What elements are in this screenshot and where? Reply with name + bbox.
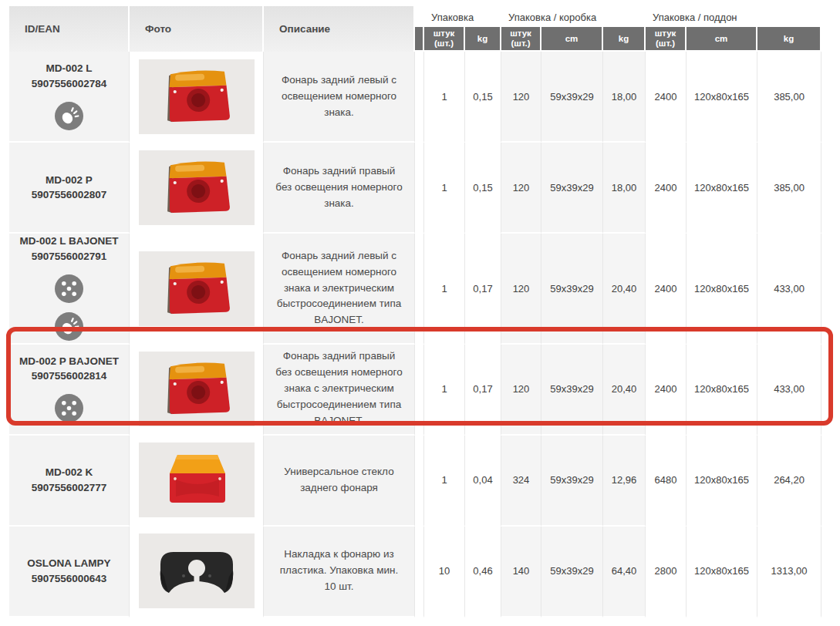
product-description: Фонарь задний правый без освещения номер… — [264, 348, 414, 429]
pack-kg: 0,15 — [465, 52, 501, 143]
table-row: MD-002 K 5907556002777 Универсальное сте… — [9, 436, 821, 527]
product-description: Универсальное стекло заднего фонаря — [264, 464, 414, 496]
column-header-id-ean: ID/EAN — [9, 6, 130, 52]
subheader-pallet-cm: cm — [687, 27, 757, 52]
pack-qty: 1 — [424, 234, 465, 344]
pallet-cm: 120x80x165 — [687, 234, 757, 344]
box-kg: 12,96 — [603, 436, 646, 527]
table-row: OSLONA LAMPY 5907556000643 Накладка к фо… — [9, 527, 821, 618]
id-cell: OSLONA LAMPY 5907556000643 — [9, 527, 130, 618]
gap-cell — [415, 345, 424, 436]
pallet-qty: 2400 — [646, 52, 687, 143]
table-row: MD-002 L 5907556002784 Фонарь задний лев… — [9, 52, 821, 143]
product-photo — [130, 150, 263, 225]
product-ean: 5907556002814 — [9, 369, 129, 384]
product-code: OSLONA LAMPY — [9, 556, 129, 571]
pallet-kg: 264,20 — [757, 436, 821, 527]
pallet-qty: 2400 — [646, 234, 687, 344]
box-cm: 59x39x29 — [541, 52, 603, 143]
pack-kg: 0,46 — [465, 527, 501, 618]
box-qty: 324 — [501, 436, 541, 527]
product-code: MD-002 K — [9, 465, 129, 480]
subheader-pallet-qty: штук (шт.) — [646, 27, 687, 52]
subheader-pack-qty: штук (шт.) — [424, 27, 465, 52]
product-ean: 5907556002777 — [9, 480, 129, 496]
pack-qty: 1 — [424, 345, 465, 436]
product-photo — [130, 251, 263, 326]
product-ean: 5907556002791 — [9, 249, 129, 264]
product-table: ID/EAN Фото Описание Упаковка Упаковка /… — [9, 6, 821, 618]
description-cell: Фонарь задний правый без освещения номер… — [264, 345, 415, 436]
pack-qty: 10 — [424, 527, 465, 618]
box-cm: 59x39x29 — [541, 234, 603, 344]
description-cell: Фонарь задний правый без освещения номер… — [264, 143, 415, 234]
subheader-box-qty: штук (шт.) — [501, 27, 541, 52]
pack-kg: 0,17 — [465, 345, 501, 436]
gap-cell — [415, 436, 424, 527]
table-row: MD-002 L BAJONET 5907556002791 Фонарь з — [9, 234, 821, 344]
box-qty: 120 — [501, 345, 541, 436]
description-cell: Фонарь задний левый с освещением номерно… — [264, 52, 415, 143]
subheader-box-kg: kg — [603, 27, 646, 52]
product-description: Фонарь задний правый без освещения номер… — [264, 163, 414, 212]
bajonet-connector-icon — [55, 274, 83, 305]
group-header-row: ID/EAN Фото Описание Упаковка Упаковка /… — [9, 6, 821, 27]
license-plate-light-icon — [55, 102, 83, 133]
id-cell: MD-002 L BAJONET 5907556002791 — [9, 234, 130, 344]
pallet-kg: 1313,00 — [757, 527, 821, 618]
pallet-cm: 120x80x165 — [687, 436, 757, 527]
subheader-gap — [415, 27, 424, 52]
product-code: MD-002 L — [9, 61, 129, 76]
pack-qty: 1 — [424, 52, 465, 143]
product-photo — [130, 352, 263, 426]
product-ean: 5907556002807 — [9, 187, 129, 203]
box-kg: 64,40 — [603, 527, 646, 618]
pack-kg: 0,15 — [465, 143, 501, 234]
group-header-pallet: Упаковка / поддон — [646, 6, 821, 27]
pack-kg: 0,17 — [465, 234, 501, 344]
box-qty: 120 — [501, 234, 541, 344]
subheader-pack-kg: kg — [465, 27, 501, 52]
bajonet-connector-icon — [55, 394, 83, 425]
product-ean: 5907556000643 — [9, 571, 129, 587]
product-photo — [130, 443, 263, 517]
license-plate-light-icon — [55, 312, 83, 343]
box-cm: 59x39x29 — [541, 345, 603, 436]
pack-qty: 1 — [424, 436, 465, 527]
product-description: Фонарь задний левый с освещением номерно… — [264, 72, 414, 121]
pallet-qty: 6480 — [646, 436, 687, 527]
id-cell: MD-002 K 5907556002777 — [9, 436, 130, 527]
pallet-kg: 433,00 — [757, 345, 821, 436]
description-cell: Фонарь задний левый с освещением номерно… — [264, 234, 415, 344]
pallet-kg: 385,00 — [757, 52, 821, 143]
header-gap — [415, 6, 424, 27]
pallet-qty: 2400 — [646, 143, 687, 234]
product-code: MD-002 P BAJONET — [9, 354, 129, 369]
column-header-photo: Фото — [130, 6, 264, 52]
pallet-cm: 120x80x165 — [687, 527, 757, 618]
gap-cell — [415, 52, 424, 143]
table-row-highlighted: MD-002 P BAJONET 5907556002814 Фонарь за… — [9, 345, 821, 436]
id-cell: MD-002 P BAJONET 5907556002814 — [9, 345, 130, 436]
pallet-cm: 120x80x165 — [687, 345, 757, 436]
box-qty: 120 — [501, 52, 541, 143]
photo-cell — [130, 527, 264, 618]
box-qty: 120 — [501, 143, 541, 234]
pallet-qty: 2400 — [646, 345, 687, 436]
subheader-pallet-kg: kg — [757, 27, 821, 52]
product-description: Фонарь задний левый с освещением номерно… — [264, 248, 414, 329]
box-cm: 59x39x29 — [541, 527, 603, 618]
product-catalog-page: ID/EAN Фото Описание Упаковка Упаковка /… — [0, 0, 840, 626]
box-kg: 18,00 — [603, 143, 646, 234]
box-cm: 59x39x29 — [541, 436, 603, 527]
gap-cell — [415, 527, 424, 618]
photo-cell — [130, 345, 264, 436]
product-photo — [130, 533, 263, 608]
id-cell: MD-002 L 5907556002784 — [9, 52, 130, 143]
box-kg: 20,40 — [603, 234, 646, 344]
description-cell: Универсальное стекло заднего фонаря — [264, 436, 415, 527]
product-code: MD-002 L BAJONET — [9, 234, 129, 249]
description-cell: Накладка к фонарю из пластика. Упаковка … — [264, 527, 415, 618]
pallet-kg: 385,00 — [757, 143, 821, 234]
photo-cell — [130, 52, 264, 143]
